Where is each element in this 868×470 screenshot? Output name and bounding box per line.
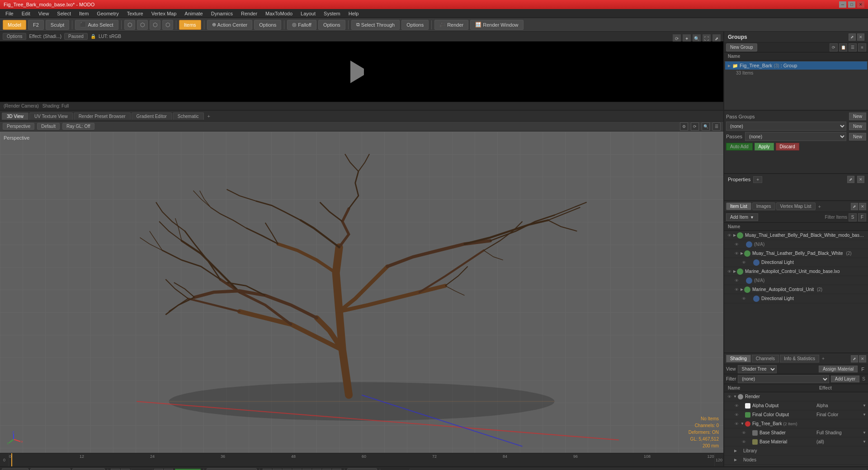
render-paused-button[interactable]: Paused [64,33,88,40]
item-expand-muay-inner[interactable]: ▶ [741,251,743,255]
shading-tab-add[interactable]: + [820,356,826,361]
pass-new-button[interactable]: New [849,113,866,120]
shading-expand-btn[interactable]: ⬈ [851,355,858,362]
tab-info-statistics[interactable]: Info & Statistics [780,355,819,362]
viewport-ctrl-orbit[interactable]: ⟳ [691,122,699,131]
sh-dropdown-alpha[interactable]: ▼ [863,404,866,408]
item-eye-marine-sub[interactable]: 👁 [733,277,740,284]
discard-button[interactable]: Discard [776,143,799,150]
sculpt-button[interactable]: Sculpt [46,20,70,30]
assign-material-button[interactable]: Assign Material [819,366,858,372]
pass-groups-select[interactable]: (none) [726,122,846,131]
item-expand-muay-thai[interactable]: ▶ [733,233,736,237]
groups-content[interactable]: ▶ 📁 Fig_Tree_Bark (3) : Group 33 Items [724,61,868,110]
render-play-button[interactable] [350,61,373,83]
groups-tb-icon1[interactable]: ⟳ [830,43,838,52]
item-list-f-btn[interactable]: F [858,213,866,221]
close-button[interactable]: ✕ [857,1,864,8]
bottom-icon-3[interactable]: ◉ [283,469,292,470]
item-eye-muay-sub[interactable]: 👁 [733,241,740,248]
sh-row-render[interactable]: 👁 ▼ Render [724,392,868,401]
item-row-marine-sub[interactable]: 👁 (N/A) [724,276,868,285]
sh-row-nodes[interactable]: ▶ Nodes [724,456,868,465]
item-list-s-btn[interactable]: S [849,213,857,221]
sh-dropdown-bm[interactable]: ▼ [863,440,866,444]
menu-file[interactable]: File [2,10,17,17]
menu-geometry[interactable]: Geometry [93,10,122,17]
graph-editor-button[interactable]: 📈 Graph Editor [30,468,71,470]
viewport-perspective-btn[interactable]: Perspective [3,123,34,130]
properties-ctrl-btn[interactable]: ✕ [857,176,864,183]
groups-tb-icon2[interactable]: 📋 [839,43,847,52]
groups-tb-icon4[interactable]: ≡ [858,43,866,52]
sh-expand-nodes[interactable]: ▶ [734,458,737,462]
viewport-style-btn[interactable]: Default [37,123,60,130]
sh-dropdown-bs[interactable]: ▼ [863,431,866,435]
item-list-ctrl-btn[interactable]: ✕ [859,203,866,210]
menu-layout[interactable]: Layout [297,10,319,17]
sh-row-base-material[interactable]: 👁 Base Material (all) ▼ [724,437,868,446]
menu-maxtomodo[interactable]: MaxToModo [262,10,296,17]
play-button[interactable]: ▶ Play [175,469,200,470]
menu-view[interactable]: View [35,10,53,17]
apply-button[interactable]: Apply [755,143,774,150]
menu-help[interactable]: Help [345,10,363,17]
bottom-icon-2[interactable]: ⊗ [273,469,282,470]
item-row-dir-light-1[interactable]: 👁 Directional Light [724,258,868,267]
transport-next[interactable]: ▶ [154,469,163,470]
transport-prev[interactable]: ◀ [121,469,130,470]
groups-expand-btn[interactable]: ⬈ [849,33,856,41]
properties-expand-btn[interactable]: ⬈ [847,176,854,183]
sh-dropdown-final[interactable]: ▼ [863,413,866,417]
item-row-dir-light-2[interactable]: 👁 Directional Light [724,294,868,303]
bottom-icon-8[interactable]: ⬛ [332,469,341,470]
3d-viewport-canvas[interactable]: Perspective No Items Channels: 0 Deforme… [0,132,723,453]
sh-eye-base-shader[interactable]: 👁 [741,430,747,436]
render-options-button[interactable]: Options [3,33,26,40]
f2-button[interactable]: F2 [28,20,44,30]
tab-schematic[interactable]: Schematic [173,113,204,120]
tab-gradient-editor[interactable]: Gradient Editor [132,113,172,120]
properties-add-button[interactable]: + [753,176,762,183]
tab-add-button[interactable]: + [205,113,213,120]
bottom-icon-5[interactable]: ▶ [302,469,311,470]
tab-3d-view[interactable]: 3D View [2,113,28,120]
menu-render[interactable]: Render [237,10,261,17]
viewport-ctrl-settings[interactable]: ☰ [712,122,721,131]
groups-tb-icon3[interactable]: ☰ [849,43,857,52]
auto-add-button[interactable]: Auto Add [726,143,753,150]
sh-eye-render[interactable]: 👁 [726,394,732,400]
item-row-marine-lxo[interactable]: 👁 ▶ Marine_Autopilot_Control_Unit_modo_b… [724,267,868,276]
tab-render-preset-browser[interactable]: Render Preset Browser [74,113,131,120]
item-row-muay-thai-lxo[interactable]: 👁 ▶ Muay_Thai_Leather_Belly_Pad_Black_Wh… [724,231,868,240]
passes-select[interactable]: (none) [745,132,846,141]
auto-select-button[interactable]: ⬛ Auto Select [75,20,118,30]
sh-row-lights[interactable]: Lights [724,465,868,466]
frame-input[interactable] [131,469,153,470]
animated-button[interactable]: Animated ▼ [72,468,105,470]
shading-ctrl-btn[interactable]: ✕ [859,355,866,362]
tool-icon-4[interactable]: ⬡ [162,20,173,30]
item-list-content[interactable]: 👁 ▶ Muay_Thai_Leather_Belly_Pad_Black_Wh… [724,231,868,352]
viewport-ctrl-zoom[interactable]: 🔍 [702,122,710,131]
item-list-expand-btn[interactable]: ⬈ [851,203,858,210]
falloff-button[interactable]: ◎ Falloff [287,20,316,30]
sh-eye-alpha[interactable]: 👁 [733,403,740,409]
viewport-ctrl-gear[interactable]: ⚙ [680,122,688,131]
sh-eye-final[interactable]: 👁 [733,412,740,418]
command-input[interactable] [410,469,866,470]
settings-button[interactable]: ⚙ Settings [347,468,377,470]
tab-uv-texture-view[interactable]: UV Texture View [29,113,73,120]
item-eye-marine-inner[interactable]: 👁 [733,287,740,293]
minimize-button[interactable]: ─ [839,1,846,8]
timeline-ruler[interactable]: 0 12 24 36 48 60 72 84 96 108 120 [9,453,714,466]
group-item-fig-tree-bark[interactable]: ▶ 📁 Fig_Tree_Bark (3) : Group [725,61,867,70]
item-list-tab-add[interactable]: + [816,203,823,210]
sh-row-final-color[interactable]: 👁 Final Color Output Final Color ▼ [724,410,868,419]
render-button[interactable]: 🎥 Render [434,20,468,30]
add-item-button[interactable]: Add Item ▼ [726,213,758,221]
pass-groups-new-btn[interactable]: New [849,122,866,130]
menu-select[interactable]: Select [53,10,75,17]
item-eye-muay-inner[interactable]: 👁 [733,250,740,257]
menu-system[interactable]: System [320,10,344,17]
